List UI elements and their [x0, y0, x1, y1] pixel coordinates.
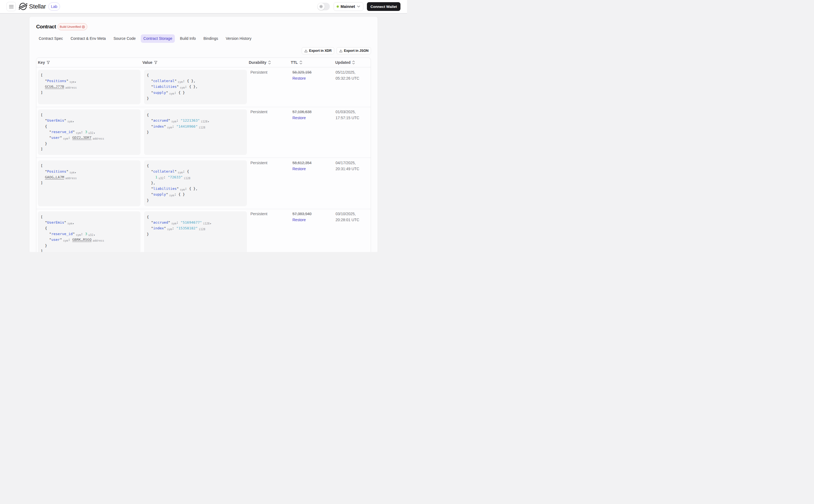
ttl-value: 58,329,156	[292, 69, 336, 75]
ttl-cell: 57,383,940Restore	[292, 211, 336, 252]
ttl-value: 57,106,638	[292, 109, 336, 115]
key-code-block: [ "UserEmis" sym, { "reserve_id" sym: 3 …	[38, 211, 140, 252]
updated-cell: 01/03/2025,17:57:15 UTC	[336, 109, 366, 155]
theme-toggle-knob	[318, 3, 325, 10]
durability-cell: Persistent	[250, 211, 292, 252]
restore-link[interactable]: Restore	[292, 217, 306, 223]
tab-contract-spec[interactable]: Contract Spec	[36, 34, 66, 43]
tab-bindings[interactable]: Bindings	[201, 34, 221, 43]
durability-cell: Persistent	[250, 160, 292, 206]
updated-cell: 03/10/2025,20:28:01 UTC	[336, 211, 366, 252]
value-code-block: { "collateral" sym: { 1 u32: "72633" i12…	[144, 160, 247, 206]
updated-cell: 04/17/2025,20:31:49 UTC	[336, 160, 366, 206]
ttl-value: 57,383,940	[292, 211, 336, 217]
filter-icon	[154, 61, 157, 64]
export-json-button[interactable]: Export in JSON	[337, 47, 371, 54]
durability-cell: Persistent	[250, 69, 292, 104]
storage-row: [ "UserEmis" sym, { "reserve_id" sym: 3 …	[36, 107, 371, 158]
hamburger-icon	[9, 5, 14, 8]
address-link[interactable]: GBRK…RSGQ	[72, 238, 91, 242]
storage-row: [ "Positions" sym, GCU6…J77B address]{ "…	[36, 67, 371, 107]
sort-icon	[268, 61, 271, 64]
export-xdr-button[interactable]: Export in XDR	[302, 47, 334, 54]
updated-cell: 05/11/2025,05:32:26 UTC	[336, 69, 366, 104]
sun-icon	[319, 5, 323, 8]
chevron-down-icon	[357, 5, 360, 8]
column-header-ttl[interactable]: TTL	[291, 58, 334, 67]
top-bar: Stellar Lab Mainnet Connect Wallet	[0, 0, 407, 14]
restore-link[interactable]: Restore	[292, 166, 306, 172]
tab-contract-env-meta[interactable]: Contract & Env Meta	[68, 34, 109, 43]
value-cell: { "collateral" sym: { }, "liabilities" s…	[144, 70, 250, 104]
storage-row: [ "UserEmis" sym, { "reserve_id" sym: 3 …	[36, 209, 371, 252]
durability-cell: Persistent	[250, 109, 292, 155]
column-header-updated[interactable]: Updated	[334, 58, 371, 67]
restore-link[interactable]: Restore	[292, 75, 306, 81]
address-link[interactable]: GAOG…LA7M	[45, 175, 64, 179]
ttl-value: 58,612,354	[292, 160, 336, 166]
download-icon	[304, 49, 308, 53]
ttl-cell: 58,329,156Restore	[292, 69, 336, 104]
network-select[interactable]: Mainnet	[334, 2, 364, 11]
key-code-block: [ "UserEmis" sym, { "reserve_id" sym: 3 …	[38, 109, 140, 155]
tab-source-code[interactable]: Source Code	[111, 34, 139, 43]
sort-icon	[300, 61, 302, 64]
column-header-durability[interactable]: Durability	[249, 58, 291, 67]
storage-table: Key Value Durability	[36, 58, 371, 252]
build-unverified-badge[interactable]: Build Unverified	[58, 23, 87, 30]
address-link[interactable]: GDZ2…3DRT	[72, 136, 91, 140]
value-cell: { "accrued" sym: "51694677" i128, "index…	[144, 211, 250, 252]
value-code-block: { "collateral" sym: { }, "liabilities" s…	[144, 70, 247, 104]
page: Contract Build Unverified Contract SpecC…	[0, 14, 407, 252]
build-unverified-label: Build Unverified	[60, 25, 81, 28]
brand-name: Stellar	[29, 3, 46, 10]
network-label: Mainnet	[341, 4, 355, 9]
value-code-block: { "accrued" sym: "1221363" i128, "index"…	[144, 109, 247, 155]
sort-icon	[352, 61, 355, 64]
circle-x-icon	[82, 25, 85, 28]
ttl-cell: 58,612,354Restore	[292, 160, 336, 206]
key-cell: [ "UserEmis" sym, { "reserve_id" sym: 3 …	[38, 211, 144, 252]
export-toolbar: Export in XDR Export in JSON	[36, 47, 371, 54]
storage-row: [ "Positions" sym, GAOG…LA7M address]{ "…	[36, 158, 371, 209]
column-header-value[interactable]: Value	[142, 58, 249, 67]
tab-version-history[interactable]: Version History	[223, 34, 254, 43]
key-cell: [ "Positions" sym, GCU6…J77B address]	[38, 70, 144, 104]
key-cell: [ "Positions" sym, GAOG…LA7M address]	[38, 160, 144, 206]
menu-button[interactable]	[7, 2, 16, 11]
theme-toggle[interactable]	[317, 3, 330, 10]
lab-badge: Lab	[48, 2, 60, 11]
key-code-block: [ "Positions" sym, GAOG…LA7M address]	[38, 160, 140, 206]
value-cell: { "accrued" sym: "1221363" i128, "index"…	[144, 109, 250, 155]
stellar-logo-icon	[19, 3, 27, 10]
ttl-cell: 57,106,638Restore	[292, 109, 336, 155]
contract-tabs: Contract SpecContract & Env MetaSource C…	[36, 34, 371, 43]
value-code-block: { "accrued" sym: "51694677" i128, "index…	[144, 211, 247, 252]
filter-icon	[47, 61, 50, 64]
download-icon	[339, 49, 343, 53]
brand[interactable]: Stellar Lab	[19, 2, 60, 11]
key-code-block: [ "Positions" sym, GCU6…J77B address]	[38, 70, 140, 104]
network-status-dot	[337, 5, 339, 8]
restore-link[interactable]: Restore	[292, 115, 306, 121]
connect-wallet-button[interactable]: Connect Wallet	[367, 2, 400, 11]
column-header-key[interactable]: Key	[36, 58, 142, 67]
key-cell: [ "UserEmis" sym, { "reserve_id" sym: 3 …	[38, 109, 144, 155]
tab-contract-storage[interactable]: Contract Storage	[141, 34, 175, 43]
address-link[interactable]: GCU6…J77B	[45, 85, 64, 89]
table-header-row: Key Value Durability	[36, 58, 371, 68]
tab-build-info[interactable]: Build Info	[177, 34, 198, 43]
value-cell: { "collateral" sym: { 1 u32: "72633" i12…	[144, 160, 250, 206]
page-title: Contract	[36, 24, 56, 30]
contract-card: Contract Build Unverified Contract SpecC…	[29, 16, 378, 252]
